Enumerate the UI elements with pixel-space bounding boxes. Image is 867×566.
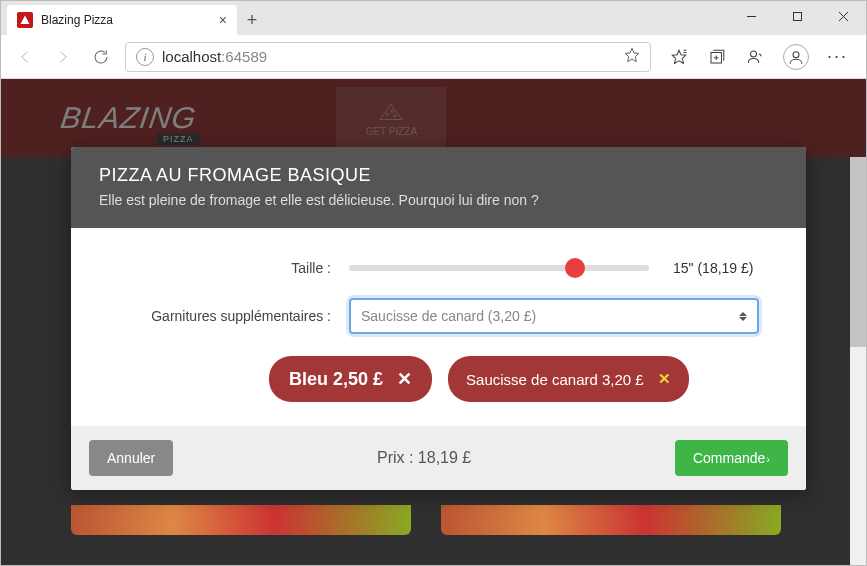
toppings-row: Garnitures supplémentaires : Saucisse de…	[109, 298, 768, 334]
customize-pizza-dialog: PIZZA AU FROMAGE BASIQUE Elle est pleine…	[71, 147, 806, 490]
dialog-subtitle: Elle est pleine de fromage et elle est d…	[99, 192, 778, 208]
address-bar[interactable]: i localhost:64589	[125, 42, 651, 72]
topping-chip: Bleu 2,50 £ ✕	[269, 356, 432, 402]
browser-toolbar: i localhost:64589 ···	[1, 35, 866, 79]
url-text: localhost:64589	[162, 48, 616, 65]
dialog-title: PIZZA AU FROMAGE BASIQUE	[99, 165, 778, 186]
browser-tab[interactable]: Blazing Pizza ×	[7, 5, 237, 35]
topping-chip: Saucisse de canard 3,20 £ ✕	[448, 356, 689, 402]
favorites-icon[interactable]	[669, 47, 689, 67]
site-info-icon[interactable]: i	[136, 48, 154, 66]
size-label: Taille :	[109, 260, 349, 276]
scrollbar-thumb[interactable]	[850, 157, 866, 347]
dialog-header: PIZZA AU FROMAGE BASIQUE Elle est pleine…	[71, 147, 806, 228]
svg-point-12	[793, 51, 799, 57]
back-button[interactable]	[11, 43, 39, 71]
profile-icon[interactable]	[783, 44, 809, 70]
toolbar-right-icons: ···	[661, 44, 856, 70]
minimize-button[interactable]	[728, 1, 774, 31]
collections-icon[interactable]	[707, 47, 727, 67]
select-value: Saucisse de canard (3,20 £)	[361, 308, 536, 324]
svg-marker-4	[625, 48, 638, 61]
selected-toppings: Bleu 2,50 £ ✕ Saucisse de canard 3,20 £ …	[109, 356, 768, 402]
dialog-body: Taille : 15" (18,19 £) Garnitures supplé…	[71, 228, 806, 426]
close-window-button[interactable]	[820, 1, 866, 31]
remove-chip-icon[interactable]: ✕	[658, 370, 671, 388]
svg-point-11	[750, 51, 756, 57]
forward-button[interactable]	[49, 43, 77, 71]
slider-thumb[interactable]	[565, 258, 585, 278]
svg-rect-1	[793, 12, 801, 20]
toppings-select[interactable]: Saucisse de canard (3,20 £)	[349, 298, 759, 334]
total-price: Prix : 18,19 £	[173, 449, 675, 467]
size-row: Taille : 15" (18,19 £)	[109, 260, 768, 276]
chip-label: Bleu 2,50 £	[289, 369, 383, 390]
window-titlebar: Blazing Pizza × +	[1, 1, 866, 35]
chevron-right-icon: ›	[766, 453, 770, 465]
size-value: 15" (18,19 £)	[673, 260, 753, 276]
remove-chip-icon[interactable]: ✕	[397, 368, 412, 390]
select-caret-icon	[739, 312, 747, 321]
cancel-button[interactable]: Annuler	[89, 440, 173, 476]
favorite-icon[interactable]	[624, 47, 640, 67]
feedback-icon[interactable]	[745, 47, 765, 67]
window-controls	[728, 1, 866, 31]
size-slider[interactable]	[349, 265, 649, 271]
tab-strip: Blazing Pizza × +	[1, 1, 267, 35]
pizza-favicon	[17, 12, 33, 28]
vertical-scrollbar[interactable]	[850, 157, 866, 565]
pizza-card-peek	[71, 505, 411, 535]
new-tab-button[interactable]: +	[237, 5, 267, 35]
maximize-button[interactable]	[774, 1, 820, 31]
order-button[interactable]: Commande›	[675, 440, 788, 476]
dialog-footer: Annuler Prix : 18,19 £ Commande›	[71, 426, 806, 490]
chip-label: Saucisse de canard 3,20 £	[466, 371, 644, 388]
pizza-card-peek	[441, 505, 781, 535]
more-menu-icon[interactable]: ···	[827, 46, 848, 67]
tab-title: Blazing Pizza	[41, 13, 211, 27]
toppings-label: Garnitures supplémentaires :	[109, 308, 349, 324]
tab-close-icon[interactable]: ×	[219, 12, 227, 28]
refresh-button[interactable]	[87, 43, 115, 71]
